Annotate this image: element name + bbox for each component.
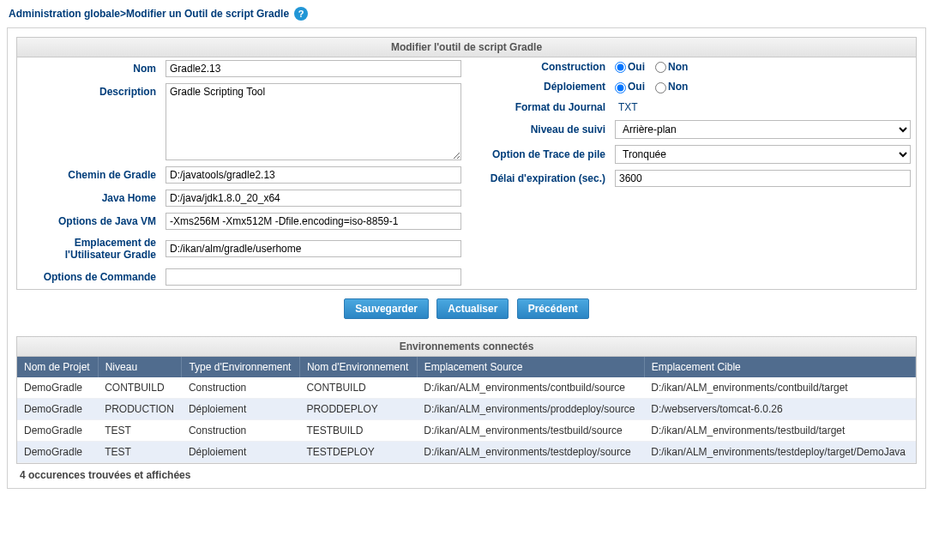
table-cell: D:/ikan/ALM_environments/proddeploy/sour… [417, 398, 644, 419]
deploy-yes-radio[interactable]: Oui [615, 81, 645, 93]
table-cell: DemoGradle [17, 377, 98, 399]
trace-level-select[interactable]: Arrière-plan [615, 120, 911, 139]
trace-level-label: Niveau de suivi [466, 117, 612, 142]
help-icon[interactable]: ? [294, 7, 308, 21]
edit-tool-panel: Modifier l'outil de script Gradle Nom De… [16, 37, 917, 290]
table-cell: CONTBUILD [98, 377, 182, 399]
table-cell: DemoGradle [17, 398, 98, 419]
user-location-label: Emplacement de l'Utilisateur Gradle [17, 233, 163, 265]
col-env-type: Type d'Environnement [182, 357, 300, 377]
table-cell: D:/ikan/ALM_environments/contbuild/targe… [644, 377, 915, 399]
table-cell: DemoGradle [17, 441, 98, 462]
table-cell: TESTDEPLOY [299, 441, 417, 462]
name-input[interactable] [166, 60, 461, 77]
col-env-name: Nom d'Environnement [299, 357, 417, 377]
build-no-radio[interactable]: Non [655, 61, 688, 73]
deploy-label: Déploiement [466, 77, 612, 96]
description-label: Description [17, 81, 163, 163]
journal-format-label: Format du Journal [466, 98, 612, 117]
deploy-no-radio[interactable]: Non [655, 81, 688, 93]
name-label: Nom [17, 57, 163, 80]
table-cell: D:/ikan/ALM_environments/contbuild/sourc… [417, 377, 644, 399]
connected-environments-panel: Environnements connectés Nom de Projet N… [16, 336, 917, 464]
journal-format-value: TXT [615, 101, 638, 113]
refresh-button[interactable]: Actualiser [436, 298, 509, 319]
table-cell: CONTBUILD [299, 377, 417, 399]
table-cell: TEST [98, 419, 182, 441]
table-cell: D:/webservers/tomcat-6.0.26 [644, 398, 915, 419]
back-button[interactable]: Précédent [517, 298, 589, 319]
panel-title: Modifier l'outil de script Gradle [17, 38, 916, 57]
table-row: DemoGradleTESTConstructionTESTBUILDD:/ik… [17, 419, 916, 441]
timeout-label: Délai d'expiration (sec.) [466, 167, 612, 190]
command-options-label: Options de Commande [17, 266, 163, 288]
table-row: DemoGradleTESTDéploiementTESTDEPLOYD:/ik… [17, 441, 916, 462]
build-radio-group: Oui Non [612, 57, 916, 76]
col-project: Nom de Projet [17, 357, 98, 377]
table-cell: D:/ikan/ALM_environments/testbuild/sourc… [417, 419, 644, 441]
gradle-path-label: Chemin de Gradle [17, 164, 163, 186]
jvm-options-label: Options de Java VM [17, 210, 163, 232]
jvm-options-input[interactable] [166, 213, 461, 230]
table-row: DemoGradlePRODUCTIONDéploiementPRODDEPLO… [17, 398, 916, 419]
table-cell: D:/ikan/ALM_environments/testdeploy/sour… [417, 441, 644, 462]
col-level: Niveau [98, 357, 182, 377]
command-options-input[interactable] [166, 268, 461, 286]
breadcrumb: Administration globale>Modifier un Outil… [7, 5, 926, 27]
col-tgt-loc: Emplacement Cible [644, 357, 915, 377]
table-cell: TEST [98, 441, 182, 462]
gradle-path-input[interactable] [166, 166, 461, 184]
timeout-input[interactable] [615, 170, 911, 187]
table-footer: 4 occurences trouvées et affichées [16, 464, 917, 483]
java-home-label: Java Home [17, 187, 163, 209]
user-location-input[interactable] [166, 240, 461, 257]
table-cell: PRODDEPLOY [299, 398, 417, 419]
table-cell: Déploiement [182, 398, 300, 419]
build-yes-radio[interactable]: Oui [615, 61, 645, 73]
save-button[interactable]: Sauvegarder [344, 298, 429, 319]
breadcrumb-root[interactable]: Administration globale [9, 8, 120, 20]
col-src-loc: Emplacement Source [417, 357, 644, 377]
breadcrumb-current: Modifier un Outil de script Gradle [126, 8, 289, 20]
table-cell: Construction [182, 419, 300, 441]
stack-trace-label: Option de Trace de pile [466, 142, 612, 166]
deploy-radio-group: Oui Non [612, 77, 916, 96]
table-cell: D:/ikan/ALM_environments/testdeploy/targ… [644, 441, 915, 462]
table-cell: TESTBUILD [299, 419, 417, 441]
table-cell: Déploiement [182, 441, 300, 462]
table-cell: D:/ikan/ALM_environments/testbuild/targe… [644, 419, 915, 441]
table-row: DemoGradleCONTBUILDConstructionCONTBUILD… [17, 377, 916, 399]
environments-panel-title: Environnements connectés [17, 337, 916, 357]
environments-table: Nom de Projet Niveau Type d'Environnemen… [17, 357, 916, 463]
table-cell: DemoGradle [17, 419, 98, 441]
button-row: Sauvegarder Actualiser Précédent [16, 290, 917, 321]
stack-trace-select[interactable]: Tronquée [615, 145, 911, 164]
java-home-input[interactable] [166, 190, 461, 207]
table-cell: PRODUCTION [98, 398, 182, 419]
build-label: Construction [466, 57, 612, 76]
table-cell: Construction [182, 377, 300, 399]
description-textarea[interactable]: Gradle Scripting Tool [166, 83, 461, 160]
